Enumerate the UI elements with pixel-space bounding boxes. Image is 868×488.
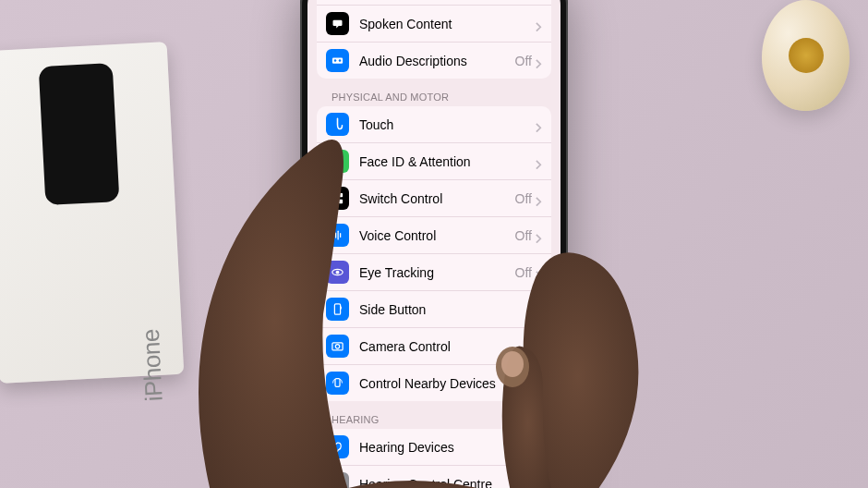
faceid-icon <box>326 150 349 173</box>
row-switch-control[interactable]: Switch ControlOff <box>317 180 551 217</box>
row-touch[interactable]: Touch <box>317 106 551 143</box>
section-vision: MotionSpoken ContentAudio DescriptionsOf… <box>317 0 551 79</box>
row-detail: Off <box>515 265 532 280</box>
chevron-right-icon <box>536 341 542 351</box>
chevron-right-icon <box>536 378 542 388</box>
chevron-right-icon <box>536 230 542 240</box>
chevron-right-icon <box>536 442 542 452</box>
nearby-icon <box>326 372 349 395</box>
row-label: Switch Control <box>359 191 515 206</box>
eye-icon <box>326 261 349 284</box>
chevron-right-icon <box>536 304 542 314</box>
row-label: Touch <box>359 117 536 132</box>
row-detail: Off <box>515 54 532 68</box>
row-label: Camera Control <box>359 339 536 354</box>
speech-icon <box>326 12 349 35</box>
chevron-right-icon <box>536 193 542 203</box>
audio-desc-icon <box>326 49 349 72</box>
row-label: Eye Tracking <box>359 265 515 280</box>
chevron-right-icon <box>536 119 542 129</box>
row-spoken-content[interactable]: Spoken Content <box>317 6 551 43</box>
chevron-right-icon <box>536 18 542 29</box>
iphone-box <box>0 42 184 384</box>
section-hearing: Hearing DevicesHearing Control CentreSou… <box>317 429 551 488</box>
row-voice-control[interactable]: Voice ControlOff <box>317 217 551 254</box>
row-hearing-control[interactable]: Hearing Control Centre <box>317 466 551 488</box>
row-side-button[interactable]: Side Button <box>317 291 551 328</box>
sidebutton-icon <box>326 298 349 321</box>
row-face-id[interactable]: Face ID & Attention <box>317 143 551 180</box>
row-nearby-devices[interactable]: Control Nearby Devices <box>317 365 551 401</box>
phone-frame: MotionSpoken ContentAudio DescriptionsOf… <box>300 0 568 488</box>
row-label: Spoken Content <box>359 17 536 31</box>
voice-icon <box>326 224 349 247</box>
row-label: Side Button <box>359 302 536 317</box>
row-detail: Off <box>515 228 532 243</box>
row-label: Audio Descriptions <box>359 54 515 68</box>
chevron-right-icon <box>536 479 542 488</box>
chevron-right-icon <box>536 55 542 66</box>
touch-icon <box>326 113 349 136</box>
row-label: Hearing Devices <box>359 440 536 455</box>
row-label: Control Nearby Devices <box>359 376 536 391</box>
row-label: Voice Control <box>359 228 515 243</box>
section-header-physical: Physical and Motor <box>307 79 561 106</box>
section-physical: TouchFace ID & AttentionSwitch ControlOf… <box>317 106 551 401</box>
row-label: Hearing Control Centre <box>359 477 536 489</box>
row-camera-control[interactable]: Camera Control <box>317 328 551 365</box>
ear-icon <box>326 435 349 458</box>
row-audio-descriptions[interactable]: Audio DescriptionsOff <box>317 43 551 79</box>
chevron-right-icon <box>536 267 542 277</box>
row-hearing-devices[interactable]: Hearing Devices <box>317 429 551 466</box>
row-label: Face ID & Attention <box>359 154 536 169</box>
chevron-right-icon <box>536 156 542 166</box>
section-header-hearing: Hearing <box>307 401 561 429</box>
camera-icon <box>326 335 349 358</box>
ear-settings-icon <box>326 472 349 488</box>
row-detail: Off <box>515 191 532 206</box>
switch-icon <box>326 187 349 210</box>
egg-ornament <box>762 0 850 111</box>
row-eye-tracking[interactable]: Eye TrackingOff <box>317 254 551 291</box>
phone-screen: MotionSpoken ContentAudio DescriptionsOf… <box>307 0 561 488</box>
